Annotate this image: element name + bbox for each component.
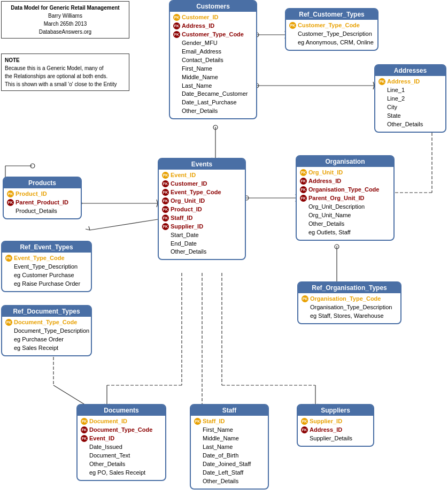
entity-documents: Documents PKDocument_ID FKDocument_Type_…: [76, 404, 166, 481]
fk-icon: FK: [173, 31, 180, 38]
field-et-eg2: eg Raise Purchase Order: [5, 280, 80, 288]
field-gender: Gender_MFU: [173, 39, 218, 48]
field-staff-fn: First_Name: [194, 426, 233, 434]
field-org-desc: Org_Unit_Description: [300, 203, 365, 211]
field-dt-eg2: eg Sales Receipt: [5, 344, 58, 353]
field-cteg: eg Anonymous, CRM, Online: [289, 39, 374, 47]
fk-icon: FK: [162, 206, 169, 213]
entity-products: Products PKProduct_ID FKParent_Product_I…: [3, 177, 82, 219]
entity-customers: Customers PKCustomer_ID FKAddress_ID FKC…: [169, 0, 257, 119]
fk-icon: FK: [162, 189, 169, 196]
info-box: Data Model for Generic Retail Management…: [1, 1, 129, 39]
field-doc-eg: eg PO, Sales Receipt: [81, 469, 145, 477]
field-doc-event: Event_ID: [89, 434, 114, 443]
note-label: NOTE: [5, 56, 126, 64]
ref-event-types-title: Ref_Event_Types: [2, 242, 91, 253]
field-org-eg: eg Outlets, Staff: [300, 228, 351, 237]
field-supp-addr: Address_ID: [310, 426, 342, 434]
field-staff-id: Staff_ID: [203, 417, 225, 426]
info-title: Data Model for Generic Retail Management: [5, 4, 126, 12]
field-ctcode: Customer_Type_Code: [298, 21, 360, 30]
field-address-id: Address_ID: [182, 22, 214, 30]
field-prod-id: Product_ID: [16, 190, 47, 199]
info-date: March 265th 2013: [5, 20, 126, 28]
organisation-title: Organisation: [297, 156, 393, 167]
field-staff-ln: Last_Name: [194, 443, 233, 452]
note-text: Because this is a Generic Model, many of…: [5, 64, 126, 88]
field-start: Start_Date: [162, 231, 199, 240]
field-ctype: Customer_Type_Code: [182, 30, 244, 39]
pk-icon: PK: [162, 172, 169, 179]
addresses-title: Addresses: [375, 65, 445, 76]
svg-line-20: [90, 219, 158, 230]
field-doc-other: Other_Details: [81, 460, 125, 469]
field-ev-cust: Customer_ID: [171, 180, 207, 188]
field-other: Other_Details: [173, 107, 218, 116]
organisation-body: PKOrg_Unit_ID FKAddress_ID FKOrganisatio…: [297, 167, 393, 240]
pk-icon: PK: [300, 169, 307, 176]
pk-icon: PK: [7, 190, 14, 197]
field-line1: Line_1: [379, 86, 405, 95]
suppliers-title: Suppliers: [298, 405, 373, 416]
field-ev-prod: Product_ID: [171, 205, 202, 214]
entity-ref-event-types: Ref_Event_Types PKEvent_Type_Code Event_…: [1, 241, 92, 292]
products-title: Products: [4, 178, 81, 188]
entity-ref-customer-types: Ref_Customer_Types PKCustomer_Type_Code …: [285, 8, 379, 51]
field-line2: Line_2: [379, 95, 405, 103]
field-datebecame: Date_Became_Customer: [173, 90, 248, 98]
field-doc-date: Date_Issued: [81, 443, 122, 452]
field-ev-staff: Staff_ID: [171, 214, 193, 223]
fk-icon: FK: [162, 197, 169, 204]
field-middlename: Middle_Name: [173, 73, 218, 82]
entity-staff: Staff PKStaff_ID First_Name Middle_Name …: [190, 404, 269, 490]
entity-suppliers: Suppliers PKSupplier_ID FKAddress_ID Sup…: [297, 404, 374, 447]
suppliers-body: PKSupplier_ID FKAddress_ID Supplier_Deta…: [298, 416, 373, 446]
pk-icon: PK: [379, 78, 385, 85]
field-staff-dob: Date_of_Birth: [194, 452, 238, 460]
documents-body: PKDocument_ID FKDocument_Type_Code FKEve…: [78, 416, 165, 480]
field-firstname: First_Name: [173, 65, 212, 73]
field-ev-org: Org_Unit_ID: [171, 197, 205, 205]
pk-icon: PK: [5, 255, 12, 262]
staff-body: PKStaff_ID First_Name Middle_Name Last_N…: [191, 416, 268, 489]
field-other-addr: Other_Details: [379, 120, 423, 129]
field-ctdesc: Customer_Type_Description: [289, 30, 372, 39]
svg-point-9: [213, 125, 218, 129]
ref-doc-types-title: Ref_Document_Types: [2, 306, 91, 317]
field-end: End_Date: [162, 240, 197, 248]
field-org-id: Org_Unit_ID: [308, 169, 343, 177]
fk-icon: FK: [300, 186, 307, 193]
ref-event-types-body: PKEvent_Type_Code Event_Type_Description…: [2, 253, 91, 291]
fk-icon: FK: [162, 215, 169, 222]
fk-icon: FK: [301, 426, 308, 433]
field-prod-details: Product_Details: [7, 207, 57, 216]
diagram-container: Data Model for Generic Retail Management…: [0, 0, 448, 496]
field-org-addr: Address_ID: [308, 177, 341, 186]
field-staff-left: Date_Left_Staff: [194, 469, 243, 477]
field-ot-code: Organisation_Type_Code: [310, 295, 381, 303]
ref-doc-types-body: PKDocument_Type_Code Document_Type_Descr…: [2, 317, 91, 355]
note-box: NOTE Because this is a Generic Model, ma…: [1, 54, 129, 91]
field-dt-eg1: eg Purchase Order: [5, 335, 64, 344]
svg-line-21: [89, 226, 90, 230]
pk-icon: PK: [289, 22, 296, 29]
field-et-desc: Event_Type_Description: [5, 263, 78, 271]
ref-org-types-body: PKOrganisation_Type_Code Organisation_Ty…: [298, 293, 400, 323]
fk-icon: FK: [7, 199, 14, 206]
field-doc-type: Document_Type_Code: [89, 426, 152, 434]
fk-icon: FK: [81, 426, 88, 433]
fk-icon: FK: [300, 178, 307, 185]
pk-icon: PK: [5, 319, 12, 326]
events-body: PKEvent_ID FKCustomer_ID FKEvent_Type_Co…: [159, 170, 245, 259]
field-parent-org: Parent_Org_Unit_ID: [308, 194, 365, 203]
field-ot-desc: Organisation_Type_Description: [302, 303, 392, 312]
field-staff-joined: Date_Joined_Staff: [194, 460, 251, 469]
field-staff-mn: Middle_Name: [194, 434, 239, 443]
pk-icon: PK: [81, 418, 88, 425]
info-author: Barry Williams: [5, 12, 126, 20]
field-event-id: Event_ID: [171, 171, 196, 180]
field-org-other: Other_Details: [300, 220, 344, 228]
field-email: Email_Address: [173, 48, 221, 56]
pk-icon: PK: [194, 418, 201, 425]
info-website: DatabaseAnswers.org: [5, 28, 126, 36]
